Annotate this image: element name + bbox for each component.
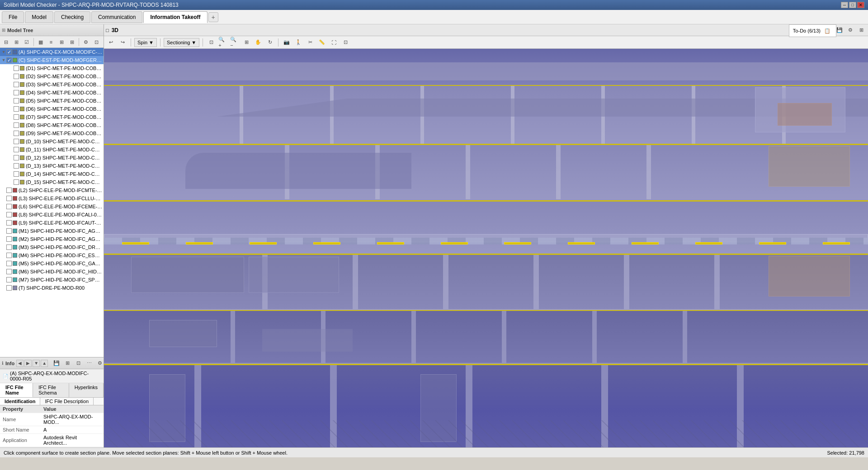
measure-button[interactable]: 📏: [317, 38, 327, 47]
menu-tab-information-takeoff[interactable]: Information Takeoff: [143, 11, 207, 23]
tree-item[interactable]: (D_13) SHPC-MET-PE-MOD-COBERT-R01_1: [0, 162, 104, 170]
tree-item[interactable]: (D3) SHPC-MET-PE-MOD-COBERT-R01_2: [0, 80, 104, 89]
spin-dropdown[interactable]: Spin ▼: [134, 38, 157, 47]
viewport-expand-button[interactable]: ⊞: [856, 25, 866, 35]
todo-icon-button[interactable]: 📋: [822, 26, 832, 36]
sectioning-dropdown[interactable]: Sectioning ▼: [164, 38, 199, 47]
tree-checkbox[interactable]: [14, 147, 19, 152]
info-save-button[interactable]: 💾: [52, 358, 61, 368]
tree-check-button[interactable]: ☑: [22, 37, 32, 47]
tree-item[interactable]: (T) SHPC-DRE-PE-MOD-R00: [0, 284, 104, 292]
tree-item[interactable]: (M2) SHPC-HID-PE-MOD-IFC_AGUA_PLUVI: [0, 235, 104, 243]
tree-checkbox[interactable]: ✓: [6, 49, 12, 55]
tree-item[interactable]: (D1) SHPC-MET-PE-MOD-COBERT-R01_0: [0, 64, 104, 72]
tree-expand-all-button[interactable]: ⊞: [11, 37, 21, 47]
pan-button[interactable]: ✋: [253, 38, 263, 47]
tree-checkbox[interactable]: [6, 220, 12, 226]
tree-item[interactable]: (L3) SHPC-ELE-PE-MOD-IFCLLU-0000-R02: [0, 194, 104, 202]
info-forward-button[interactable]: ▶: [24, 360, 32, 367]
tree-item[interactable]: (M3) SHPC-HID-PE-MOD-IFC_DRENO_ARC: [0, 243, 104, 251]
tree-checkbox[interactable]: [6, 269, 12, 274]
add-tab-button[interactable]: +: [208, 12, 218, 22]
info-tab-ifc-file-name[interactable]: IFC File Name: [0, 383, 33, 397]
info-tab-hyperlinks[interactable]: Hyperlinks: [69, 383, 104, 397]
info-subtab-identification[interactable]: Identification: [0, 398, 40, 405]
tree-item[interactable]: (D2) SHPC-MET-PE-MOD-COBERT-R01_1: [0, 72, 104, 80]
tree-item[interactable]: (M4) SHPC-HID-PE-MOD-IFC_ESGOTO_VEI: [0, 251, 104, 259]
tree-checkbox[interactable]: [14, 163, 19, 169]
tree-checkbox[interactable]: [6, 244, 12, 250]
tree-item[interactable]: (M1) SHPC-HID-PE-MOD-IFC_AGUA_FRIA-: [0, 227, 104, 235]
info-more-button[interactable]: ⋯: [84, 358, 94, 368]
tree-checkbox[interactable]: [14, 122, 19, 128]
info-copy-button[interactable]: ⊞: [62, 358, 72, 368]
camera-button[interactable]: 📷: [282, 38, 292, 47]
tree-checkbox[interactable]: [6, 188, 12, 193]
info-expand-button[interactable]: ⊡: [73, 358, 83, 368]
tree-item[interactable]: (M6) SHPC-HID-PE-MOD-IFC_HIDRANTES-0: [0, 268, 104, 276]
tree-item[interactable]: (D6) SHPC-MET-PE-MOD-COBERT-R01_5: [0, 105, 104, 113]
tree-checkbox[interactable]: [6, 277, 12, 282]
info-tab-ifc-file-schema[interactable]: IFC File Schema: [33, 383, 69, 397]
tree-item[interactable]: (M5) SHPC-HID-PE-MOD-IFC_GAS-0005-R0: [0, 259, 104, 268]
tree-checkbox[interactable]: [14, 74, 19, 79]
tree-collapse-all-button[interactable]: ⊟: [1, 37, 11, 47]
tree-item[interactable]: (D7) SHPC-MET-PE-MOD-COBERT-R01_6: [0, 113, 104, 121]
tree-checkbox[interactable]: [6, 236, 12, 242]
tree-grid-view-button[interactable]: ▦: [36, 37, 46, 47]
tree-checkbox[interactable]: [14, 90, 19, 95]
zoom-in-button[interactable]: 🔍+: [218, 38, 228, 47]
tree-item[interactable]: (L8) SHPC-ELE-PE-MOD-IFCALI-0000-R03: [0, 211, 104, 219]
tree-checkbox[interactable]: [14, 66, 19, 71]
tree-checkbox[interactable]: [6, 212, 12, 217]
tree-checkbox[interactable]: [14, 131, 19, 136]
todo-bar[interactable]: To-Do (6/13) 📋: [789, 24, 836, 37]
viewport-settings-button[interactable]: ⚙: [845, 25, 855, 35]
tree-checkbox[interactable]: [14, 82, 19, 87]
info-down-button[interactable]: ▼: [33, 360, 40, 367]
walk-button[interactable]: 🚶: [293, 38, 303, 47]
tree-checkbox[interactable]: [14, 106, 19, 112]
tree-checkbox[interactable]: [6, 285, 12, 291]
redo-button[interactable]: ↪: [118, 38, 127, 47]
menu-tab-checking[interactable]: Checking: [54, 11, 90, 23]
undo-button[interactable]: ↩: [106, 38, 116, 47]
tree-checkbox[interactable]: [14, 171, 19, 177]
tree-settings-button[interactable]: ⚙: [81, 37, 91, 47]
tree-item[interactable]: (D8) SHPC-MET-PE-MOD-COBERT-R01_7: [0, 121, 104, 129]
tree-item[interactable]: (D_12) SHPC-MET-PE-MOD-COBERT-R01_1: [0, 154, 104, 162]
tree-checkbox[interactable]: ✓: [6, 57, 12, 63]
zoom-out-button[interactable]: 🔍−: [230, 38, 240, 47]
extra-button[interactable]: ⊡: [340, 38, 350, 47]
menu-tab-communication[interactable]: Communication: [91, 11, 142, 23]
close-button[interactable]: ✕: [857, 2, 864, 8]
tree-checkbox[interactable]: [14, 114, 19, 120]
info-settings-button[interactable]: ⚙: [95, 358, 105, 368]
tree-item[interactable]: (D_10) SHPC-MET-PE-MOD-COBERT-R01_5: [0, 137, 104, 146]
tree-checkbox[interactable]: [6, 253, 12, 258]
menu-tab-model[interactable]: Model: [25, 11, 53, 23]
rotate-button[interactable]: ↻: [265, 38, 275, 47]
tree-item[interactable]: (D9) SHPC-MET-PE-MOD-COBERT-R01_8: [0, 129, 104, 137]
zoom-area-button[interactable]: ⊞: [241, 38, 251, 47]
tree-list-view-button[interactable]: ≡: [46, 37, 56, 47]
fullscreen-button[interactable]: ⛶: [329, 38, 339, 47]
tree-item[interactable]: (D_11) SHPC-MET-PE-MOD-COBERT-R01_1: [0, 146, 104, 154]
tree-item[interactable]: (D_15) SHPC-MET-PE-MOD-COBERT-R01_1: [0, 178, 104, 186]
tree-item[interactable]: (M7) SHPC-HID-PE-MOD-IFC_SPRINKLERS-: [0, 276, 104, 284]
tree-view3-button[interactable]: ⊞: [57, 37, 66, 47]
tree-item[interactable]: (D_14) SHPC-MET-PE-MOD-COBERT-R01_1: [0, 170, 104, 178]
tree-checkbox[interactable]: [14, 179, 19, 185]
tree-item[interactable]: ▼✓(A) SHPC-ARQ-EX-MOD-MODIFC-0000-R05: [0, 48, 104, 56]
tree-checkbox[interactable]: [14, 155, 19, 160]
info-subtab-ifc-file-description[interactable]: IFC File Description: [40, 398, 94, 405]
model-tree-container[interactable]: ▼✓(A) SHPC-ARQ-EX-MOD-MODIFC-0000-R05▼✓(…: [0, 48, 104, 357]
tree-item[interactable]: (D5) SHPC-MET-PE-MOD-COBERT-R01_4: [0, 97, 104, 105]
tree-item[interactable]: (L6) SHPC-ELE-PE-MOD-IFCEME-0000-R02: [0, 202, 104, 211]
viewport-3d[interactable]: [104, 49, 868, 447]
info-up-button[interactable]: ▲: [41, 360, 48, 367]
tree-item[interactable]: ▼✓(C) SHPC-EST-PE-MOD-MOFGER-0000-R22: [0, 56, 104, 64]
tree-checkbox[interactable]: [6, 204, 12, 209]
tree-checkbox[interactable]: [14, 98, 19, 103]
menu-tab-file[interactable]: File: [2, 11, 24, 23]
